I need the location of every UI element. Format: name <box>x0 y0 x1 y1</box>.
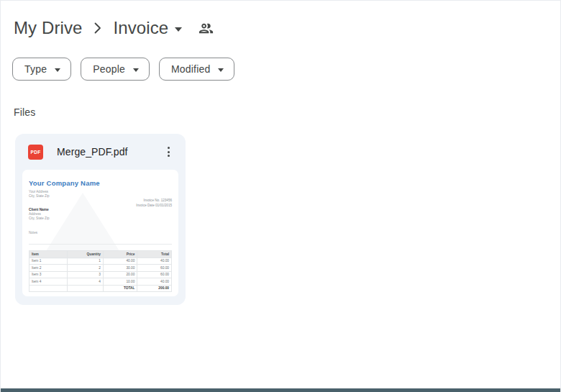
invoice-cell: 3 <box>68 271 104 278</box>
invoice-col-total: Total <box>137 251 172 258</box>
kebab-menu-icon[interactable] <box>160 143 177 160</box>
invoice-table-row: Item 2 2 30.00 60.00 <box>29 265 172 272</box>
bottom-edge-bar <box>1 388 560 392</box>
breadcrumb-my-drive[interactable]: My Drive <box>14 17 86 40</box>
breadcrumb-folder-label: Invoice <box>113 18 168 38</box>
invoice-company-address: Your Address City, State Zip <box>29 190 172 199</box>
pdf-icon: PDF <box>28 145 43 160</box>
invoice-cell: Item 1 <box>29 257 68 265</box>
filter-chip-modified[interactable]: Modified <box>159 58 235 81</box>
pdf-icon-label: PDF <box>31 150 41 155</box>
breadcrumb-current-folder[interactable]: Invoice <box>109 17 186 40</box>
filter-chip-bar: Type People Modified <box>12 58 234 81</box>
invoice-cell: 2 <box>68 265 104 272</box>
files-section-heading: Files <box>14 106 36 118</box>
invoice-preview: Your Company Name Your Address City, Sta… <box>22 170 178 292</box>
invoice-cell: 20.00 <box>103 271 137 278</box>
filter-chip-type-label: Type <box>24 63 47 75</box>
drive-folder-view: My Drive Invoice Type People Modified F <box>0 0 561 392</box>
invoice-company-name: Your Company Name <box>29 179 172 187</box>
invoice-table-header-row: Item Quantity Price Total <box>29 251 172 258</box>
invoice-client-block: Client Name Address City, State Zip <box>29 208 172 221</box>
caret-down-icon <box>175 27 182 32</box>
invoice-cell: Item 4 <box>29 278 68 286</box>
invoice-cell-empty <box>29 285 68 292</box>
invoice-table-row: Item 1 1 40.00 40.00 <box>29 257 172 265</box>
file-name: Merge_PDF.pdf <box>57 146 160 158</box>
shared-folder-button[interactable] <box>198 20 214 37</box>
invoice-cell: Item 3 <box>29 271 68 278</box>
invoice-table-total-row: TOTAL 200.00 <box>29 285 172 292</box>
invoice-cell: 10.00 <box>103 278 137 286</box>
invoice-table-row: Item 4 4 10.00 40.00 <box>29 278 172 286</box>
invoice-col-price: Price <box>103 251 137 258</box>
invoice-total-value: 200.00 <box>137 285 172 292</box>
invoice-meta: Invoice No. 123456 Invoice Date 01/01/20… <box>136 199 172 208</box>
breadcrumb: My Drive Invoice <box>14 17 214 40</box>
invoice-client-address-line2: City, State Zip <box>29 216 172 221</box>
invoice-table-row: Item 3 3 20.00 60.00 <box>29 271 172 278</box>
invoice-cell: Item 2 <box>29 265 68 272</box>
invoice-notes-label: Notes <box>29 231 172 234</box>
invoice-items-table: Item Quantity Price Total Item 1 1 40.00… <box>29 250 172 292</box>
invoice-total-label: TOTAL <box>103 285 137 292</box>
invoice-cell: 4 <box>68 278 104 286</box>
filter-chip-people[interactable]: People <box>81 58 150 81</box>
file-thumbnail-invoice[interactable]: Your Company Name Your Address City, Sta… <box>22 170 178 296</box>
invoice-col-quantity: Quantity <box>68 251 104 258</box>
invoice-cell: 40.00 <box>103 257 137 265</box>
invoice-divider <box>29 244 172 245</box>
filter-chip-modified-label: Modified <box>171 63 211 75</box>
filter-chip-type[interactable]: Type <box>12 58 71 81</box>
invoice-cell: 1 <box>68 257 104 265</box>
people-icon <box>198 20 214 37</box>
caret-down-icon <box>218 68 224 72</box>
invoice-cell: 40.00 <box>137 257 172 265</box>
invoice-cell: 60.00 <box>137 271 172 278</box>
file-card-header: PDF Merge_PDF.pdf <box>15 134 186 170</box>
invoice-date: Invoice Date 01/01/2015 <box>136 204 172 209</box>
filter-chip-people-label: People <box>93 63 125 75</box>
invoice-cell: 30.00 <box>103 265 137 272</box>
caret-down-icon <box>133 68 139 72</box>
chevron-right-icon <box>94 22 101 34</box>
invoice-cell: 40.00 <box>137 278 172 286</box>
file-card-merge-pdf[interactable]: PDF Merge_PDF.pdf Your Company Name Your… <box>15 134 186 305</box>
invoice-cell: 60.00 <box>137 265 172 272</box>
invoice-col-item: Item <box>29 251 68 258</box>
caret-down-icon <box>55 68 60 72</box>
invoice-cell-empty <box>68 285 104 292</box>
